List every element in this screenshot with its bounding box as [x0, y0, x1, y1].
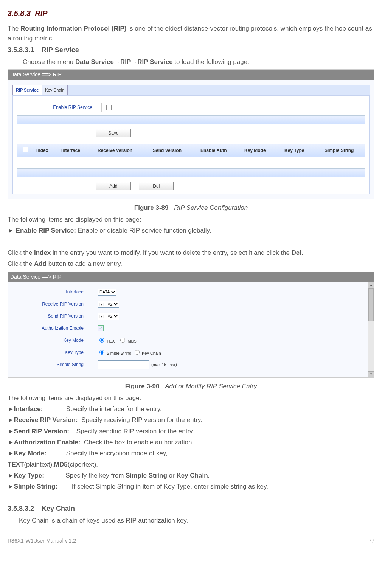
items-intro-1: The following items are displayed on thi… [8, 215, 374, 225]
tab-key-chain[interactable]: Key Chain [42, 85, 68, 95]
table-header: Index Interface Receive Version Send Ver… [17, 144, 365, 157]
section-heading: 3.5.8.3 RIP [8, 8, 374, 19]
item-auth: ►Authorization Enable: Check the box to … [8, 438, 374, 447]
breadcrumb: Data Service ==> RIP [8, 272, 374, 282]
scrollbar[interactable]: ▴ ▾ [368, 282, 374, 377]
select-all-checkbox[interactable] [23, 147, 28, 152]
subsection-heading-1: 3.5.8.3.1 RIP Service [8, 45, 374, 56]
footer-left: R36X1-W1User Manual v.1.2 [8, 537, 76, 545]
simple-string-input[interactable] [98, 360, 149, 369]
items-intro-2: The following items are displayed on thi… [8, 393, 374, 403]
item-recv: ►Receive RIP Version: Specify receiving … [8, 415, 374, 425]
instr-modify-delete: Click the Index in the entry you want to… [8, 248, 374, 258]
item-simple: ►Simple String: If select Simple String … [8, 482, 374, 492]
figure-caption-2: Figure 3-90 Add or Modify RIP Service En… [8, 382, 374, 391]
scroll-down-icon[interactable]: ▾ [368, 371, 374, 377]
keymode-text-radio[interactable] [99, 338, 104, 343]
subsection-heading-2: 3.5.8.3.2 Key Chain [8, 504, 374, 514]
keytype-chain-radio[interactable] [135, 350, 140, 355]
tab-rip-service[interactable]: RIP Service [12, 85, 42, 95]
tabs: RIP Service Key Chain [12, 85, 370, 95]
simple-label: Simple String [12, 361, 88, 368]
item-interface: ►Interface: Specify the interface for th… [8, 404, 374, 414]
recv-label: Receive RIP Version [12, 301, 88, 308]
save-button[interactable]: Save [96, 129, 131, 138]
figure-caption-1: Figure 3-89 RIP Service Configuration [8, 203, 374, 213]
keymode-md5-radio[interactable] [120, 338, 125, 343]
auth-enable-checkbox[interactable] [98, 325, 104, 331]
keychain-text: Key Chain is a chain of keys used as RIP… [8, 516, 374, 526]
receive-version-select[interactable]: RIP V2 [98, 301, 119, 308]
keytype-simple-radio[interactable] [99, 350, 104, 355]
scroll-up-icon[interactable]: ▴ [368, 282, 374, 288]
scroll-thumb[interactable] [368, 288, 374, 321]
keytype-label: Key Type [12, 349, 88, 356]
intro-paragraph: The Routing Information Protocol (RIP) i… [8, 24, 374, 44]
footer-right: 77 [368, 537, 374, 545]
screenshot-add-entry: Data Service ==> RIP ▴ ▾ Interface DATA … [8, 272, 374, 378]
item-keymode: ►Key Mode: Specify the encryption mode o… [8, 448, 374, 458]
enable-rip-checkbox[interactable] [106, 105, 112, 110]
nav-instruction-1: Choose the menu Data Service→RIP→RIP Ser… [8, 57, 374, 67]
item-enable-rip: ► Enable RIP Service: Enable or disable … [8, 226, 374, 236]
breadcrumb: Data Service ==> RIP [8, 70, 374, 80]
instr-add: Click the Add button to add a new entry. [8, 259, 374, 269]
simple-hint: (max 15 char) [151, 361, 177, 368]
auth-label: Authorization Enable [12, 325, 88, 332]
send-label: Send RIP Version [12, 313, 88, 320]
page-footer: R36X1-W1User Manual v.1.2 77 [8, 537, 374, 545]
item-keytype: ►Key Type: Specify the key from Simple S… [8, 471, 374, 481]
screenshot-rip-service: Data Service ==> RIP RIP Service Key Cha… [8, 69, 374, 200]
enable-rip-label: Enable RIP Service [17, 104, 97, 111]
section-title: RIP [35, 9, 47, 17]
section-number: 3.5.8.3 [8, 9, 31, 17]
interface-label: Interface [12, 289, 88, 296]
item-send: ►Send RIP Version: Specify sending RIP v… [8, 427, 374, 436]
keymode-label: Key Mode [12, 337, 88, 344]
del-button[interactable]: Del [139, 182, 174, 191]
item-keymode-opts: TEXT(plaintext),MD5(cipertext). [8, 460, 374, 470]
send-version-select[interactable]: RIP V2 [98, 313, 119, 320]
add-button[interactable]: Add [96, 182, 131, 191]
interface-select[interactable]: DATA [98, 289, 116, 296]
